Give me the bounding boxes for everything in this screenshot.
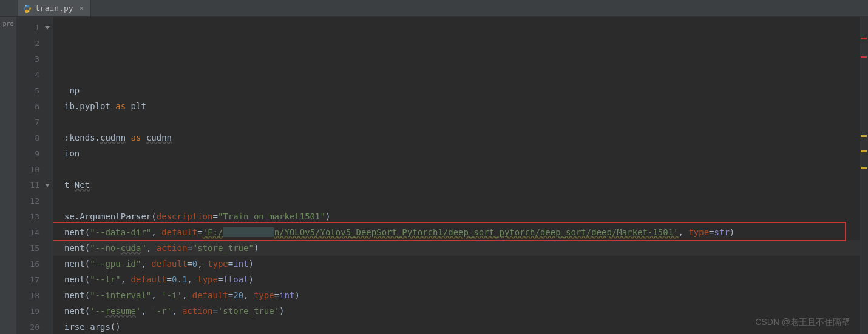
warning-marker[interactable]	[861, 167, 867, 169]
code-token: description	[157, 212, 213, 221]
code-token: )	[730, 227, 734, 237]
code-token: 0.1	[172, 275, 187, 284]
code-token: '	[136, 306, 141, 316]
gutter-line[interactable]: 15	[17, 240, 53, 256]
code-line[interactable]: nent("--gpu-id", default=0, type=int)	[53, 256, 860, 272]
gutter-line[interactable]: 3	[17, 51, 53, 67]
code-line[interactable]	[53, 51, 860, 67]
gutter-line[interactable]: 20	[17, 319, 53, 334]
error-marker[interactable]	[861, 38, 867, 39]
gutter-line[interactable]: 11	[17, 177, 53, 193]
gutter-line[interactable]: 7	[17, 114, 53, 130]
code-line[interactable]	[53, 19, 860, 35]
code-token: ,	[151, 290, 161, 300]
code-line[interactable]	[53, 35, 860, 51]
file-tab[interactable]: train.py ×	[18, 0, 91, 16]
code-token: ion	[64, 149, 80, 158]
code-token: int	[279, 290, 294, 300]
gutter-line[interactable]: 1	[17, 19, 53, 35]
code-token: default	[131, 275, 167, 284]
gutter-line[interactable]: 16	[17, 256, 53, 272]
code-line[interactable]: nent("--no-cuda", action="store_true")	[53, 240, 860, 256]
code-token: nent(	[64, 275, 90, 284]
code-token: "--gpu-id"	[90, 259, 141, 269]
code-token: as	[115, 101, 126, 111]
code-token: "Train on market1501"	[218, 212, 325, 221]
gutter-line[interactable]: 9	[17, 145, 53, 161]
code-token: default	[192, 290, 228, 300]
gutter-line[interactable]: 5	[17, 82, 53, 98]
code-line[interactable]: nent("--lr", default=0.1, type=float)	[53, 272, 860, 287]
svg-point-0	[25, 5, 26, 6]
line-gutter[interactable]: 1234567891011121314151617181920	[17, 17, 53, 334]
error-marker[interactable]	[861, 56, 867, 58]
code-token: action	[182, 306, 213, 316]
code-token: type	[688, 227, 709, 237]
code-token: 0	[192, 259, 197, 269]
gutter-line[interactable]: 17	[17, 272, 53, 287]
python-icon	[23, 4, 32, 13]
project-sidebar-stub[interactable]: pro	[0, 17, 17, 334]
code-token: se.ArgumentParser(	[64, 212, 157, 221]
fold-icon[interactable]	[44, 182, 50, 188]
code-line[interactable]: ion	[53, 145, 860, 161]
code-token: )	[294, 290, 299, 300]
code-line[interactable]	[53, 161, 860, 177]
gutter-line[interactable]: 4	[17, 67, 53, 82]
code-token: =	[167, 275, 172, 284]
code-line[interactable]	[53, 67, 860, 82]
code-line[interactable]: nent("--data-dir", default='F:/xxxxxxxxx…	[53, 224, 860, 240]
gutter-line[interactable]: 6	[17, 98, 53, 114]
tab-close-icon[interactable]: ×	[77, 4, 86, 12]
svg-point-1	[29, 10, 29, 11]
code-token: ,	[141, 259, 151, 269]
code-token: =	[187, 243, 192, 253]
gutter-line[interactable]: 19	[17, 303, 53, 319]
code-line[interactable]: np	[53, 82, 860, 98]
code-token: action	[157, 243, 188, 253]
code-token	[141, 133, 146, 142]
code-token: 'store_true'	[218, 306, 279, 316]
code-token: '-r'	[151, 306, 172, 316]
code-line[interactable]: irse_args()	[53, 319, 860, 334]
code-token	[126, 133, 131, 142]
code-token: ,	[172, 306, 182, 316]
code-token: irse_args()	[64, 322, 121, 332]
code-token: default	[151, 259, 187, 269]
code-line[interactable]	[53, 193, 860, 209]
code-line[interactable]: nent('--resume', '-r', action='store_tru…	[53, 303, 860, 319]
code-token: )	[254, 243, 259, 253]
fold-icon[interactable]	[44, 24, 50, 30]
warning-marker[interactable]	[861, 135, 867, 137]
code-token: int	[233, 259, 248, 269]
code-token: '-i'	[161, 290, 182, 300]
warning-marker[interactable]	[861, 150, 867, 152]
gutter-line[interactable]: 12	[17, 193, 53, 209]
code-line[interactable]: ib.pyplot as plt	[53, 98, 860, 114]
gutter-line[interactable]: 18	[17, 287, 53, 303]
code-token: "--data-dir"	[90, 227, 151, 237]
code-line[interactable]: :kends.cudnn as cudnn	[53, 130, 860, 145]
code-token: nent(	[64, 290, 90, 300]
code-editor[interactable]: npib.pyplot as plt:kends.cudnn as cudnni…	[53, 17, 860, 334]
code-token: str	[714, 227, 730, 237]
code-token: 'F:/	[203, 227, 223, 237]
code-line[interactable]: se.ArgumentParser(description="Train on …	[53, 209, 860, 224]
code-token: plt	[126, 101, 146, 111]
code-token: ,	[187, 275, 197, 284]
code-token: "--interval"	[90, 290, 151, 300]
code-line[interactable]	[53, 114, 860, 130]
code-line[interactable]: t Net	[53, 177, 860, 193]
gutter-line[interactable]: 2	[17, 35, 53, 51]
gutter-line[interactable]: 8	[17, 130, 53, 145]
gutter-line[interactable]: 14	[17, 224, 53, 240]
code-token: 20	[233, 290, 243, 300]
code-token: "store_true"	[192, 243, 254, 253]
error-stripe[interactable]	[860, 17, 868, 334]
code-line[interactable]: nent("--interval", '-i', default=20, typ…	[53, 287, 860, 303]
gutter-line[interactable]: 13	[17, 209, 53, 224]
gutter-line[interactable]: 10	[17, 161, 53, 177]
code-token: as	[131, 133, 141, 142]
code-token: =	[228, 290, 233, 300]
code-token: =	[212, 306, 217, 316]
